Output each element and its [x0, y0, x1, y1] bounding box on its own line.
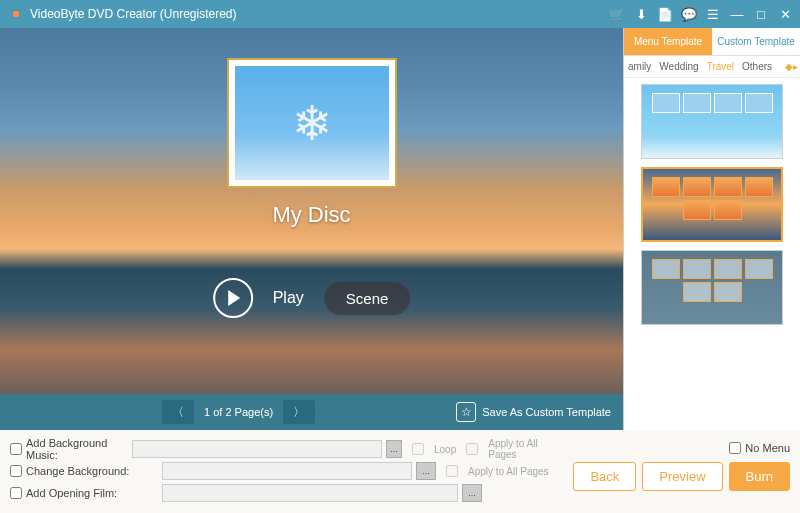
cat-family[interactable]: amily [624, 61, 655, 72]
close-icon[interactable]: ✕ [778, 7, 792, 21]
snowflake-icon: ❄ [292, 95, 332, 151]
minimize-icon[interactable]: — [730, 7, 744, 21]
next-page-button[interactable]: 〉 [283, 400, 315, 424]
label-apply-music: Apply to All Pages [488, 438, 550, 460]
browse-change-bg[interactable]: ... [416, 462, 436, 480]
titlebar: VideoByte DVD Creator (Unregistered) 🛒 ⬇… [0, 0, 800, 28]
check-opening-film[interactable] [10, 487, 22, 499]
save-template-label: Save As Custom Template [482, 406, 611, 418]
label-apply-bg: Apply to All Pages [468, 466, 549, 477]
page-icon[interactable]: 📄 [658, 7, 672, 21]
cat-travel[interactable]: Travel [703, 61, 738, 72]
label-loop: Loop [434, 444, 456, 455]
chat-icon[interactable]: 💬 [682, 7, 696, 21]
preview-footer: 〈 1 of 2 Page(s) 〉 ☆ Save As Custom Temp… [0, 394, 623, 430]
scene-button[interactable]: Scene [324, 282, 411, 315]
input-bg-music[interactable] [132, 440, 382, 458]
template-item-3[interactable] [641, 250, 783, 325]
check-change-bg[interactable] [10, 465, 22, 477]
back-button[interactable]: Back [573, 462, 636, 491]
check-apply-music[interactable] [466, 443, 478, 455]
cat-scroll-right[interactable]: ◆▸ [785, 61, 798, 72]
template-item-1[interactable] [641, 84, 783, 159]
disc-title[interactable]: My Disc [227, 202, 397, 228]
label-no-menu: No Menu [745, 442, 790, 454]
check-loop[interactable] [412, 443, 424, 455]
app-logo [8, 6, 24, 22]
preview-button[interactable]: Preview [642, 462, 722, 491]
input-opening-film[interactable] [162, 484, 458, 502]
cart-icon[interactable]: 🛒 [610, 7, 624, 21]
label-bg-music: Add Background Music: [26, 437, 128, 461]
browse-bg-music[interactable]: ... [386, 440, 402, 458]
check-bg-music[interactable] [10, 443, 22, 455]
template-list [624, 78, 800, 430]
input-change-bg[interactable] [162, 462, 412, 480]
label-change-bg: Change Background: [26, 465, 158, 477]
play-label[interactable]: Play [273, 289, 304, 307]
template-item-2[interactable] [641, 167, 783, 242]
label-opening-film: Add Opening Film: [26, 487, 158, 499]
save-template-button[interactable]: ☆ Save As Custom Template [456, 402, 611, 422]
template-pane: Menu Template Custom Template amily Wedd… [623, 28, 800, 430]
play-button[interactable] [213, 278, 253, 318]
tab-menu-template[interactable]: Menu Template [624, 28, 712, 55]
burn-button[interactable]: Burn [729, 462, 790, 491]
tab-custom-template[interactable]: Custom Template [712, 28, 800, 55]
menu-icon[interactable]: ☰ [706, 7, 720, 21]
check-apply-bg[interactable] [446, 465, 458, 477]
star-icon: ☆ [456, 402, 476, 422]
prev-page-button[interactable]: 〈 [162, 400, 194, 424]
check-no-menu[interactable] [729, 442, 741, 454]
browse-opening-film[interactable]: ... [462, 484, 482, 502]
main-area: ❄ My Disc Play Scene 〈 1 of 2 Page(s) 〉 … [0, 28, 800, 430]
cat-others[interactable]: Others [738, 61, 776, 72]
chapter-thumbnail[interactable]: ❄ [227, 58, 397, 188]
page-info: 1 of 2 Page(s) [204, 406, 273, 418]
bottom-panel: Add Background Music: ... Loop Apply to … [0, 430, 800, 513]
app-title: VideoByte DVD Creator (Unregistered) [30, 7, 610, 21]
cat-wedding[interactable]: Wedding [655, 61, 702, 72]
preview-pane: ❄ My Disc Play Scene 〈 1 of 2 Page(s) 〉 … [0, 28, 623, 430]
category-tabs: amily Wedding Travel Others ◆▸ [624, 56, 800, 78]
maximize-icon[interactable]: □ [754, 7, 768, 21]
play-icon [228, 290, 240, 306]
key-icon[interactable]: ⬇ [634, 7, 648, 21]
